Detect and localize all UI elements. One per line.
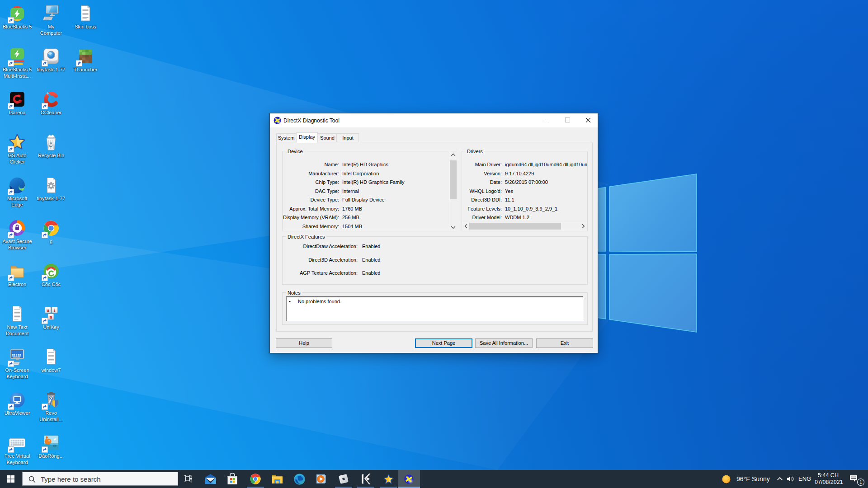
svg-text:1: 1	[859, 480, 862, 485]
svg-text:n: n	[49, 314, 52, 319]
svg-text:u: u	[47, 307, 49, 313]
svg-text:i: i	[54, 307, 55, 313]
